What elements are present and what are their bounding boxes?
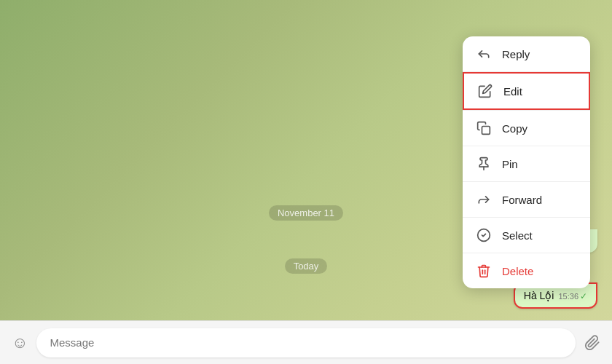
date-label-november: November 11 <box>269 205 343 221</box>
attach-icon <box>584 335 600 351</box>
select-icon <box>476 227 492 243</box>
menu-item-edit[interactable]: Edit <box>463 72 590 110</box>
menu-label-forward: Forward <box>502 194 542 206</box>
input-bar: ☺ <box>0 320 612 364</box>
menu-item-forward[interactable]: Forward <box>463 182 590 217</box>
menu-item-pin[interactable]: Pin <box>463 146 590 181</box>
message-input[interactable] <box>36 328 576 357</box>
menu-label-delete: Delete <box>502 265 533 277</box>
reply-icon <box>476 46 492 62</box>
message-text-2: Hà Lội <box>524 290 554 301</box>
emoji-button[interactable]: ☺ <box>12 333 28 352</box>
menu-label-reply: Reply <box>502 48 530 60</box>
menu-label-edit: Edit <box>503 85 522 98</box>
forward-icon <box>476 191 492 207</box>
menu-item-reply[interactable]: Reply <box>463 36 590 71</box>
menu-item-select[interactable]: Select <box>463 218 590 253</box>
date-label-today: Today <box>285 258 328 274</box>
edit-icon <box>477 83 493 99</box>
menu-item-delete[interactable]: Delete <box>463 253 590 288</box>
pin-icon <box>476 156 492 172</box>
copy-icon <box>476 120 492 136</box>
menu-label-copy: Copy <box>502 122 527 135</box>
context-menu: Reply Edit Copy Pin <box>463 36 590 288</box>
attach-button[interactable] <box>584 335 600 351</box>
message-meta-2: 15:36 ✓ <box>558 291 587 301</box>
delete-icon <box>476 263 492 279</box>
svg-rect-0 <box>482 127 490 135</box>
menu-label-select: Select <box>502 229 533 242</box>
menu-item-copy[interactable]: Copy <box>463 111 590 146</box>
menu-label-pin: Pin <box>502 158 518 170</box>
